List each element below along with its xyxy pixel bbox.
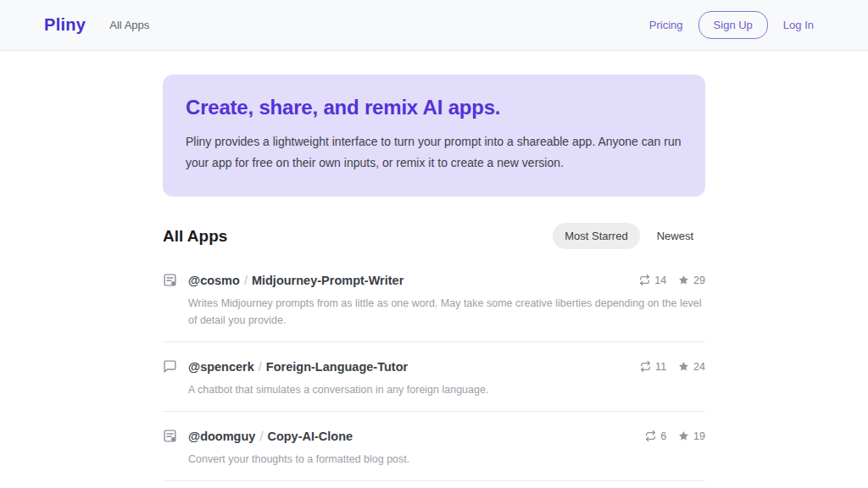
app-name: Foreign-Language-Tutor: [266, 360, 408, 374]
app-author: @cosmo: [188, 274, 240, 287]
nav-actions: Pricing Sign Up Log In: [649, 11, 814, 39]
filter-newest[interactable]: Newest: [645, 223, 705, 249]
app-row-main: @cosmo/Midjourney-Prompt-Writer 14 29: [163, 273, 705, 287]
app-row[interactable]: @cosmo/Midjourney-Prompt-Writer 14 29 Wr…: [163, 256, 705, 342]
app-description: Writes Midjourney prompts from as little…: [188, 295, 702, 329]
app-stats: 14 29: [639, 274, 705, 286]
app-name: Midjourney-Prompt-Writer: [252, 274, 403, 287]
star-icon: [678, 430, 689, 441]
sort-filters: Most Starred Newest: [553, 223, 705, 249]
app-stats: 6 19: [645, 430, 705, 442]
star-count: 24: [678, 361, 705, 373]
main-content: Create, share, and remix AI apps. Pliny …: [163, 75, 705, 488]
app-row[interactable]: @doomguy/Copy-AI-Clone 6 19 Convert your…: [163, 412, 705, 481]
document-badge-icon: [163, 273, 177, 287]
filter-most-starred[interactable]: Most Starred: [553, 223, 639, 249]
app-row[interactable]: @biw/explain-anything 10 19: [163, 481, 705, 488]
pricing-link[interactable]: Pricing: [649, 19, 683, 31]
star-icon: [678, 361, 689, 372]
remix-count: 14: [639, 274, 666, 286]
star-count: 29: [678, 274, 705, 286]
login-link[interactable]: Log In: [783, 19, 814, 31]
app-stats: 11 24: [640, 361, 705, 373]
remix-icon: [640, 361, 651, 372]
app-row-main: @doomguy/Copy-AI-Clone 6 19: [163, 429, 705, 443]
app-row-main: @spencerk/Foreign-Language-Tutor 11 24: [163, 359, 705, 374]
chat-bubble-icon: [163, 359, 177, 374]
app-row[interactable]: @spencerk/Foreign-Language-Tutor 11 24 A…: [163, 342, 705, 412]
document-badge-icon: [163, 429, 177, 443]
app-author: @spencerk: [188, 360, 254, 374]
remix-count: 11: [640, 361, 666, 373]
remix-icon: [645, 430, 656, 441]
app-author: @doomguy: [188, 430, 255, 443]
list-header: All Apps Most Starred Newest: [163, 223, 705, 249]
title-separator: /: [244, 274, 248, 287]
app-title-link[interactable]: @spencerk/Foreign-Language-Tutor: [188, 360, 408, 374]
title-separator: /: [259, 430, 263, 443]
signup-button[interactable]: Sign Up: [698, 11, 768, 39]
remix-count: 6: [645, 430, 666, 442]
star-icon: [678, 274, 689, 286]
pliny-logo[interactable]: Pliny: [44, 15, 86, 35]
star-count: 19: [678, 430, 705, 442]
hero-title: Create, share, and remix AI apps.: [186, 96, 682, 119]
app-title-link[interactable]: @doomguy/Copy-AI-Clone: [188, 430, 353, 443]
app-name: Copy-AI-Clone: [267, 430, 353, 443]
app-title-link[interactable]: @cosmo/Midjourney-Prompt-Writer: [188, 274, 403, 287]
top-nav: Pliny All Apps Pricing Sign Up Log In: [0, 0, 868, 51]
app-list: @cosmo/Midjourney-Prompt-Writer 14 29 Wr…: [163, 256, 705, 488]
hero-description: Pliny provides a lightweight interface t…: [186, 131, 682, 174]
app-description: A chatbot that simulates a conversation …: [188, 381, 702, 398]
title-separator: /: [259, 360, 262, 374]
nav-link-all-apps[interactable]: All Apps: [109, 19, 149, 31]
app-description: Convert your thoughts to a formatted blo…: [188, 451, 702, 468]
remix-icon: [639, 274, 650, 286]
all-apps-heading: All Apps: [163, 227, 227, 246]
hero-banner: Create, share, and remix AI apps. Pliny …: [163, 75, 705, 197]
